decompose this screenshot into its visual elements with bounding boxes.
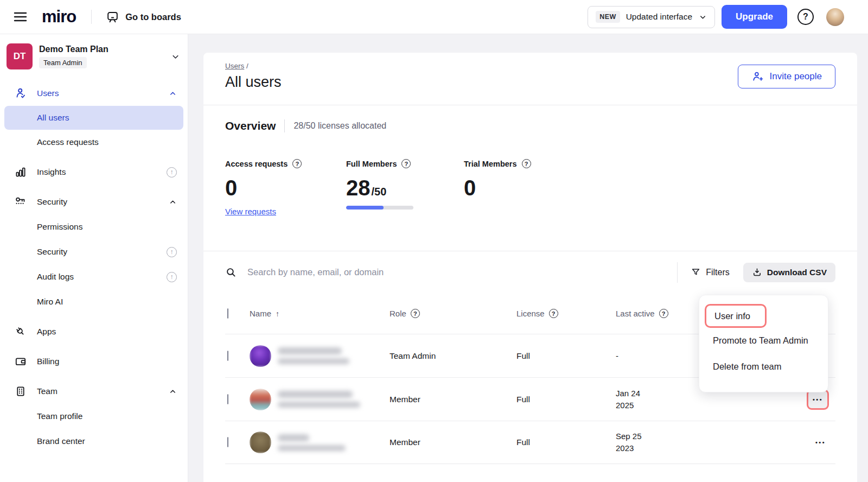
sidebar-item-billing[interactable]: Billing xyxy=(0,349,188,374)
filters-button[interactable]: Filters xyxy=(691,267,730,277)
new-badge: NEW xyxy=(596,11,620,23)
sidebar-item-label: Access requests xyxy=(37,137,99,147)
sidebar-item-access-requests[interactable]: Access requests xyxy=(0,130,188,155)
sidebar-item-label: Insights xyxy=(37,167,66,177)
sidebar-item-security-sub[interactable]: Security ↑ xyxy=(0,239,188,264)
view-requests-link[interactable]: View requests xyxy=(225,207,276,216)
account-avatar[interactable] xyxy=(826,8,844,26)
miro-logo[interactable]: miro xyxy=(42,7,76,27)
user-info-highlight-annotation: User info xyxy=(705,304,767,328)
column-label: License xyxy=(516,309,545,318)
license-cell: Full xyxy=(514,395,614,404)
help-circle-icon[interactable]: ? xyxy=(522,159,531,168)
chevron-up-icon xyxy=(169,198,177,206)
user-name-redacted xyxy=(278,434,309,441)
redacted-user-identity xyxy=(278,391,360,408)
help-circle-icon[interactable]: ? xyxy=(659,309,668,318)
row-checkbox[interactable] xyxy=(227,351,228,361)
upgrade-button[interactable]: Upgrade xyxy=(722,5,787,29)
user-name-cell xyxy=(247,345,387,367)
sidebar-item-apps[interactable]: Apps xyxy=(0,319,188,344)
help-circle-icon[interactable]: ? xyxy=(549,309,558,318)
sidebar-item-users[interactable]: Users xyxy=(0,81,188,106)
user-avatar xyxy=(250,345,271,367)
chevron-up-icon xyxy=(169,90,177,98)
help-button[interactable]: ? xyxy=(797,9,814,25)
key-icon xyxy=(14,195,27,208)
question-mark-icon: ? xyxy=(803,12,808,22)
team-initials-badge: DT xyxy=(7,43,33,69)
hamburger-menu-icon[interactable] xyxy=(13,10,28,23)
sidebar-item-team-profile[interactable]: Team profile xyxy=(0,404,188,429)
board-icon xyxy=(106,10,119,24)
table-row: Member Full Sep 25 2023 ••• xyxy=(225,421,835,464)
last-active-date: Sep 25 xyxy=(616,430,738,442)
main-area: Users / All users Invite people Overview xyxy=(189,34,868,482)
sidebar-item-insights[interactable]: Insights ↑ xyxy=(0,160,188,185)
row-actions-button[interactable]: ••• xyxy=(812,436,829,449)
license-progress-bar xyxy=(346,206,413,210)
search-icon xyxy=(225,267,237,278)
sidebar-nav: Users All users Access requests Insights… xyxy=(0,81,188,454)
team-switcher[interactable]: DT Demo Team Plan Team Admin xyxy=(0,34,188,69)
breadcrumb-users-link[interactable]: Users xyxy=(225,62,244,70)
stat-suffix: /50 xyxy=(372,186,387,198)
user-name-cell xyxy=(247,389,387,410)
sidebar-item-brand-center[interactable]: Brand center xyxy=(0,429,188,454)
user-avatar xyxy=(250,432,271,453)
help-circle-icon[interactable]: ? xyxy=(292,159,302,168)
go-to-boards-link[interactable]: Go to boards xyxy=(106,10,181,24)
download-csv-button[interactable]: Download CSV xyxy=(743,263,835,282)
upgrade-feature-icon: ↑ xyxy=(167,167,177,177)
download-csv-label: Download CSV xyxy=(767,268,827,277)
sidebar-item-label: Apps xyxy=(37,327,56,337)
invite-people-button[interactable]: Invite people xyxy=(738,65,835,88)
role-cell: Member xyxy=(387,395,514,404)
more-icon: ••• xyxy=(813,396,823,403)
menu-item-delete-from-team[interactable]: Delete from team xyxy=(699,362,828,372)
sidebar-item-security[interactable]: Security xyxy=(0,189,188,214)
sidebar-item-all-users[interactable]: All users xyxy=(4,106,183,130)
stat-label: Trial Members xyxy=(464,160,517,168)
breadcrumb-separator: / xyxy=(246,62,248,70)
sidebar-item-label: Audit logs xyxy=(37,272,74,282)
column-label: Name xyxy=(250,309,271,318)
invite-people-label: Invite people xyxy=(770,71,822,82)
row-checkbox[interactable] xyxy=(227,394,228,404)
stat-value: 28 xyxy=(346,176,371,200)
sidebar-item-miro-ai[interactable]: Miro AI xyxy=(0,289,188,314)
plug-icon xyxy=(14,325,27,338)
table-toolbar: Filters Download CSV xyxy=(203,251,857,293)
chevron-down-icon xyxy=(171,52,180,61)
column-label: Last active xyxy=(616,309,655,318)
team-meta: Demo Team Plan Team Admin xyxy=(39,45,108,68)
license-cell: Full xyxy=(514,351,614,361)
search-input[interactable] xyxy=(247,267,676,277)
help-circle-icon[interactable]: ? xyxy=(401,159,411,168)
column-header-name[interactable]: Name ↑ xyxy=(247,309,387,318)
interface-selector[interactable]: NEW Updated interface xyxy=(588,6,715,28)
sidebar-item-team[interactable]: Team xyxy=(0,379,188,404)
team-name: Demo Team Plan xyxy=(39,45,108,54)
help-circle-icon[interactable]: ? xyxy=(411,309,420,318)
stat-label: Full Members xyxy=(346,160,397,168)
go-to-boards-label: Go to boards xyxy=(125,12,181,22)
role-cell: Team Admin xyxy=(387,351,514,361)
sidebar-item-permissions[interactable]: Permissions xyxy=(0,214,188,239)
menu-item-user-info[interactable]: User info xyxy=(714,311,750,321)
row-checkbox[interactable] xyxy=(227,437,228,447)
insights-icon xyxy=(14,166,27,179)
sidebar-item-label: Permissions xyxy=(37,222,82,232)
chevron-down-icon xyxy=(699,13,707,21)
user-name-redacted xyxy=(278,347,342,354)
filters-label: Filters xyxy=(706,268,730,277)
topbar-right: NEW Updated interface Upgrade ? xyxy=(588,5,844,29)
select-all-checkbox[interactable] xyxy=(227,308,228,319)
sidebar-item-audit-logs[interactable]: Audit logs ↑ xyxy=(0,264,188,289)
menu-item-promote-to-team-admin[interactable]: Promote to Team Admin xyxy=(699,335,828,346)
last-active-cell: Sep 25 2023 xyxy=(614,430,738,454)
overview-separator xyxy=(284,119,285,132)
sidebar-item-label: Brand center xyxy=(37,436,85,446)
last-active-year: 2023 xyxy=(616,442,738,454)
download-icon xyxy=(752,267,762,277)
